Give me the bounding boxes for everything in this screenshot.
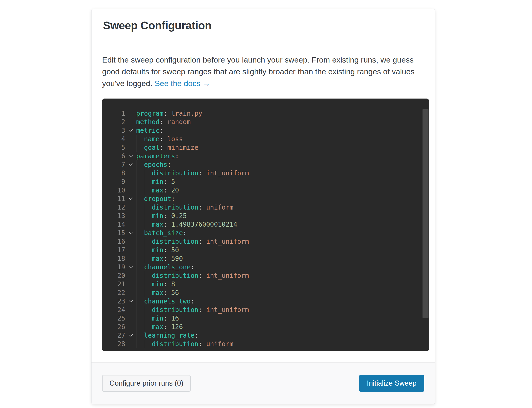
indent-guide <box>136 340 144 348</box>
code-line: 12distribution: uniform <box>102 203 429 212</box>
indent-guide <box>136 323 144 331</box>
code-text: channels_two: <box>136 297 429 306</box>
line-number: 1 <box>102 109 125 118</box>
indent-guide <box>136 280 144 289</box>
code-line: 28distribution: uniform <box>102 340 429 348</box>
fold-spacer <box>125 306 136 314</box>
editor-scrollbar-thumb[interactable] <box>423 109 428 318</box>
yaml-code-editor[interactable]: 1program: train.py2method: random3metric… <box>102 99 429 351</box>
code-text: channels_one: <box>136 263 429 271</box>
fold-chevron-icon[interactable] <box>125 152 136 160</box>
indent-guide <box>144 220 152 229</box>
initialize-sweep-button[interactable]: Initialize Sweep <box>359 375 424 392</box>
line-number: 12 <box>102 203 125 212</box>
line-number: 19 <box>102 263 125 271</box>
code-text: dropout: <box>136 195 429 203</box>
code-text: max: 56 <box>136 289 429 297</box>
line-number: 23 <box>102 297 125 306</box>
fold-chevron-icon[interactable] <box>125 126 136 135</box>
line-number: 15 <box>102 229 125 237</box>
line-number: 3 <box>102 126 125 135</box>
code-text: min: 5 <box>136 178 429 186</box>
code-line: 11dropout: <box>102 195 429 203</box>
line-number: 14 <box>102 220 125 229</box>
fold-spacer <box>125 237 136 246</box>
fold-spacer <box>125 186 136 195</box>
code-text: min: 16 <box>136 314 429 323</box>
code-text: distribution: int_uniform <box>136 306 429 314</box>
code-text: program: train.py <box>136 109 429 118</box>
indent-guide <box>136 314 144 323</box>
indent-guide <box>136 254 144 263</box>
line-number: 10 <box>102 186 125 195</box>
indent-guide <box>136 212 144 220</box>
fold-spacer <box>125 109 136 118</box>
indent-guide <box>144 212 152 220</box>
indent-guide <box>136 178 144 186</box>
line-number: 20 <box>102 271 125 280</box>
code-line: 26max: 126 <box>102 323 429 331</box>
line-number: 6 <box>102 152 125 160</box>
indent-guide <box>136 160 144 169</box>
code-line: 27learning_rate: <box>102 331 429 340</box>
see-the-docs-link[interactable]: See the docs → <box>155 79 211 88</box>
fold-spacer <box>125 323 136 331</box>
dialog-title: Sweep Configuration <box>103 19 423 32</box>
indent-guide <box>144 323 152 331</box>
code-line: 9min: 5 <box>102 178 429 186</box>
code-text: min: 0.25 <box>136 212 429 220</box>
line-number: 9 <box>102 178 125 186</box>
fold-spacer <box>125 289 136 297</box>
code-line: 13min: 0.25 <box>102 212 429 220</box>
indent-guide <box>136 297 144 306</box>
line-number: 27 <box>102 331 125 340</box>
fold-chevron-icon[interactable] <box>125 229 136 237</box>
line-number: 17 <box>102 246 125 254</box>
code-text: min: 50 <box>136 246 429 254</box>
indent-guide <box>136 186 144 195</box>
indent-guide <box>136 246 144 254</box>
description-line-3: you've logged. <box>102 79 155 88</box>
fold-spacer <box>125 203 136 212</box>
code-line: 4name: loss <box>102 135 429 143</box>
code-line: 3metric: <box>102 126 429 135</box>
indent-guide <box>144 203 152 212</box>
description-line-2: good defaults for sweep ranges that are … <box>102 67 414 76</box>
line-number: 4 <box>102 135 125 143</box>
indent-guide <box>144 280 152 289</box>
fold-chevron-icon[interactable] <box>125 263 136 271</box>
indent-guide <box>136 229 144 237</box>
indent-guide <box>136 195 144 203</box>
fold-chevron-icon[interactable] <box>125 297 136 306</box>
fold-chevron-icon[interactable] <box>125 160 136 169</box>
configure-prior-runs-button[interactable]: Configure prior runs (0) <box>102 375 191 392</box>
indent-guide <box>144 271 152 280</box>
line-number: 7 <box>102 160 125 169</box>
dialog-footer: Configure prior runs (0) Initialize Swee… <box>91 362 435 404</box>
code-line: 17min: 50 <box>102 246 429 254</box>
code-text: max: 20 <box>136 186 429 195</box>
indent-guide <box>144 246 152 254</box>
code-line: 22max: 56 <box>102 289 429 297</box>
fold-chevron-icon[interactable] <box>125 331 136 340</box>
indent-guide <box>136 306 144 314</box>
fold-spacer <box>125 143 136 152</box>
fold-chevron-icon[interactable] <box>125 195 136 203</box>
line-number: 18 <box>102 254 125 263</box>
code-text: distribution: uniform <box>136 340 429 348</box>
indent-guide <box>136 263 144 271</box>
fold-spacer <box>125 280 136 289</box>
code-line: 6parameters: <box>102 152 429 160</box>
line-number: 22 <box>102 289 125 297</box>
code-line: 23channels_two: <box>102 297 429 306</box>
fold-spacer <box>125 212 136 220</box>
indent-guide <box>136 271 144 280</box>
fold-spacer <box>125 254 136 263</box>
line-number: 25 <box>102 314 125 323</box>
dialog-header: Sweep Configuration <box>91 9 435 41</box>
line-number: 5 <box>102 143 125 152</box>
code-line: 10max: 20 <box>102 186 429 195</box>
indent-guide <box>144 237 152 246</box>
sweep-configuration-dialog: Sweep Configuration Edit the sweep confi… <box>91 9 435 404</box>
code-lines: 1program: train.py2method: random3metric… <box>102 109 429 348</box>
